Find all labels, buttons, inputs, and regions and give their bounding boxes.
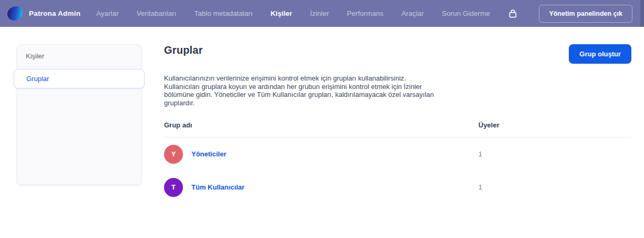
groups-panel: Gruplar Grup oluştur Kullanıcılarınızın … (164, 44, 631, 204)
nav-item-veritabanlari[interactable]: Veritabanları (137, 9, 177, 17)
table-row: Y Yöneticiler 1 (164, 137, 631, 171)
group-link-yoneticiler[interactable]: Yöneticiler (191, 150, 226, 158)
avatar: Y (164, 145, 183, 164)
people-sidebar: Kişiler Gruplar (17, 44, 141, 185)
lock-icon[interactable] (508, 8, 518, 18)
create-group-button[interactable]: Grup oluştur (569, 44, 631, 64)
column-header-members: Üyeler (478, 121, 631, 129)
table-row: T Tüm Kullanıcılar 1 (164, 171, 631, 204)
nav-item-performans[interactable]: Performans (347, 9, 384, 17)
nav-item-sorun-giderme[interactable]: Sorun Giderme (442, 9, 490, 17)
admin-nav: Ayarlar Veritabanları Tablo metadataları… (96, 9, 490, 17)
brand-title: Patrona Admin (29, 9, 80, 17)
scrollbar[interactable] (640, 0, 644, 27)
avatar: T (164, 178, 183, 197)
sidebar-item-kisiler[interactable]: Kişiler (17, 45, 141, 67)
exit-admin-button[interactable]: Yönetim panelinden çık (539, 5, 632, 23)
group-link-tum-kullanicilar[interactable]: Tüm Kullanıcılar (191, 183, 244, 191)
groups-description: Kullanıcılarınızın verilerinize erişimin… (164, 74, 438, 107)
nav-item-kisiler[interactable]: Kişiler (271, 9, 292, 17)
member-count: 1 (478, 183, 631, 191)
content-area: Kişiler Gruplar Gruplar Grup oluştur Kul… (0, 27, 644, 204)
admin-navbar: Patrona Admin Ayarlar Veritabanları Tabl… (0, 0, 644, 27)
nav-item-izinler[interactable]: İzinler (310, 9, 329, 17)
table-header: Grup adı Üyeler (164, 121, 631, 137)
sidebar-item-gruplar[interactable]: Gruplar (14, 69, 145, 88)
page-title: Gruplar (164, 44, 203, 56)
member-count: 1 (478, 150, 631, 158)
groups-table: Grup adı Üyeler Y Yöneticiler 1 T Tüm Ku… (164, 121, 631, 204)
nav-item-ayarlar[interactable]: Ayarlar (96, 9, 119, 17)
nav-item-araclar[interactable]: Araçlar (402, 9, 424, 17)
patrona-logo-icon (7, 6, 23, 21)
column-header-group-name: Grup adı (164, 121, 478, 129)
nav-item-tablo-metadatalari[interactable]: Tablo metadataları (194, 9, 252, 17)
